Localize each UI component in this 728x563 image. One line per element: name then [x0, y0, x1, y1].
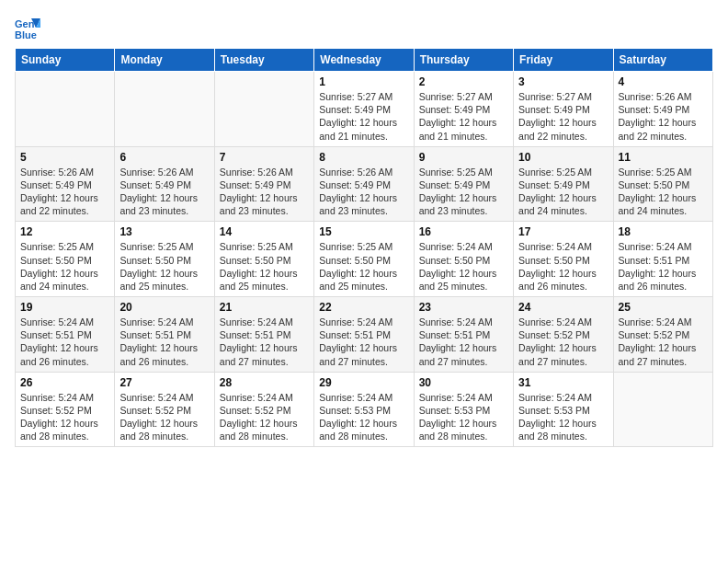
day-info: Sunrise: 5:24 AM Sunset: 5:50 PM Dayligh…: [518, 240, 608, 293]
calendar-cell: 12Sunrise: 5:25 AM Sunset: 5:50 PM Dayli…: [16, 222, 115, 297]
calendar-cell: 8Sunrise: 5:26 AM Sunset: 5:49 PM Daylig…: [314, 146, 414, 222]
day-info: Sunrise: 5:24 AM Sunset: 5:51 PM Dayligh…: [619, 240, 708, 293]
calendar-cell: 18Sunrise: 5:24 AM Sunset: 5:51 PM Dayli…: [613, 222, 712, 297]
day-info: Sunrise: 5:26 AM Sunset: 5:49 PM Dayligh…: [619, 90, 708, 143]
day-info: Sunrise: 5:24 AM Sunset: 5:53 PM Dayligh…: [319, 391, 408, 443]
logo: General Blue: [15, 15, 44, 40]
weekday-header-row: SundayMondayTuesdayWednesdayThursdayFrid…: [16, 49, 713, 72]
weekday-tuesday: Tuesday: [214, 49, 313, 72]
day-info: Sunrise: 5:25 AM Sunset: 5:50 PM Dayligh…: [319, 240, 408, 293]
day-number: 31: [518, 376, 608, 389]
calendar-cell: 26Sunrise: 5:24 AM Sunset: 5:52 PM Dayli…: [16, 372, 115, 447]
day-info: Sunrise: 5:24 AM Sunset: 5:52 PM Dayligh…: [20, 391, 109, 443]
day-number: 9: [419, 151, 508, 164]
day-info: Sunrise: 5:26 AM Sunset: 5:49 PM Dayligh…: [20, 166, 109, 218]
logo-icon: General Blue: [15, 15, 40, 40]
day-number: 6: [119, 151, 209, 164]
calendar-cell: 15Sunrise: 5:25 AM Sunset: 5:50 PM Dayli…: [314, 222, 414, 297]
day-info: Sunrise: 5:27 AM Sunset: 5:49 PM Dayligh…: [419, 90, 508, 143]
calendar-cell: 13Sunrise: 5:25 AM Sunset: 5:50 PM Dayli…: [115, 222, 214, 297]
calendar-cell: [115, 72, 214, 147]
calendar-cell: 11Sunrise: 5:25 AM Sunset: 5:50 PM Dayli…: [613, 146, 712, 222]
day-number: 3: [518, 75, 608, 88]
calendar-cell: 30Sunrise: 5:24 AM Sunset: 5:53 PM Dayli…: [414, 372, 513, 447]
day-info: Sunrise: 5:24 AM Sunset: 5:51 PM Dayligh…: [319, 316, 408, 368]
calendar-cell: 2Sunrise: 5:27 AM Sunset: 5:49 PM Daylig…: [414, 72, 513, 147]
day-info: Sunrise: 5:27 AM Sunset: 5:49 PM Dayligh…: [319, 90, 408, 143]
weekday-friday: Friday: [514, 49, 613, 72]
day-number: 20: [119, 301, 209, 314]
calendar-cell: 9Sunrise: 5:25 AM Sunset: 5:49 PM Daylig…: [414, 146, 513, 222]
day-info: Sunrise: 5:25 AM Sunset: 5:49 PM Dayligh…: [419, 166, 508, 218]
day-number: 11: [619, 151, 708, 164]
day-number: 21: [220, 301, 309, 314]
day-number: 1: [319, 75, 408, 88]
day-number: 27: [119, 376, 209, 389]
day-info: Sunrise: 5:24 AM Sunset: 5:51 PM Dayligh…: [20, 316, 109, 368]
page-header: General Blue: [15, 15, 713, 40]
day-number: 5: [20, 151, 109, 164]
day-info: Sunrise: 5:27 AM Sunset: 5:49 PM Dayligh…: [518, 90, 608, 143]
calendar-cell: 16Sunrise: 5:24 AM Sunset: 5:50 PM Dayli…: [414, 222, 513, 297]
week-row-4: 19Sunrise: 5:24 AM Sunset: 5:51 PM Dayli…: [16, 297, 713, 373]
day-info: Sunrise: 5:24 AM Sunset: 5:52 PM Dayligh…: [220, 391, 309, 443]
weekday-saturday: Saturday: [613, 49, 712, 72]
calendar-cell: 14Sunrise: 5:25 AM Sunset: 5:50 PM Dayli…: [214, 222, 313, 297]
calendar-cell: 25Sunrise: 5:24 AM Sunset: 5:52 PM Dayli…: [613, 297, 712, 373]
day-info: Sunrise: 5:26 AM Sunset: 5:49 PM Dayligh…: [220, 166, 309, 218]
day-number: 24: [518, 301, 608, 314]
day-info: Sunrise: 5:24 AM Sunset: 5:51 PM Dayligh…: [220, 316, 309, 368]
day-info: Sunrise: 5:24 AM Sunset: 5:53 PM Dayligh…: [518, 391, 608, 443]
calendar-cell: 27Sunrise: 5:24 AM Sunset: 5:52 PM Dayli…: [115, 372, 214, 447]
calendar-body: 1Sunrise: 5:27 AM Sunset: 5:49 PM Daylig…: [16, 72, 713, 447]
day-info: Sunrise: 5:25 AM Sunset: 5:50 PM Dayligh…: [119, 240, 209, 293]
day-number: 12: [20, 225, 109, 238]
day-number: 4: [619, 75, 708, 88]
svg-text:Blue: Blue: [15, 29, 37, 40]
calendar-cell: 3Sunrise: 5:27 AM Sunset: 5:49 PM Daylig…: [514, 72, 613, 147]
day-number: 8: [319, 151, 408, 164]
day-info: Sunrise: 5:24 AM Sunset: 5:52 PM Dayligh…: [518, 316, 608, 368]
day-info: Sunrise: 5:24 AM Sunset: 5:53 PM Dayligh…: [419, 391, 508, 443]
week-row-5: 26Sunrise: 5:24 AM Sunset: 5:52 PM Dayli…: [16, 372, 713, 447]
day-info: Sunrise: 5:25 AM Sunset: 5:50 PM Dayligh…: [619, 166, 708, 218]
day-number: 15: [319, 225, 408, 238]
day-number: 7: [220, 151, 309, 164]
day-info: Sunrise: 5:25 AM Sunset: 5:50 PM Dayligh…: [220, 240, 309, 293]
calendar-cell: 23Sunrise: 5:24 AM Sunset: 5:51 PM Dayli…: [414, 297, 513, 373]
day-number: 28: [220, 376, 309, 389]
day-number: 17: [518, 225, 608, 238]
day-number: 23: [419, 301, 508, 314]
day-number: 13: [119, 225, 209, 238]
day-number: 10: [518, 151, 608, 164]
weekday-monday: Monday: [115, 49, 214, 72]
day-info: Sunrise: 5:24 AM Sunset: 5:52 PM Dayligh…: [619, 316, 708, 368]
weekday-sunday: Sunday: [16, 49, 115, 72]
calendar-cell: 20Sunrise: 5:24 AM Sunset: 5:51 PM Dayli…: [115, 297, 214, 373]
calendar-cell: 29Sunrise: 5:24 AM Sunset: 5:53 PM Dayli…: [314, 372, 414, 447]
calendar-cell: [613, 372, 712, 447]
day-info: Sunrise: 5:24 AM Sunset: 5:52 PM Dayligh…: [119, 391, 209, 443]
day-info: Sunrise: 5:26 AM Sunset: 5:49 PM Dayligh…: [319, 166, 408, 218]
calendar-cell: [16, 72, 115, 147]
calendar-cell: 1Sunrise: 5:27 AM Sunset: 5:49 PM Daylig…: [314, 72, 414, 147]
day-info: Sunrise: 5:25 AM Sunset: 5:49 PM Dayligh…: [518, 166, 608, 218]
day-number: 30: [419, 376, 508, 389]
day-number: 22: [319, 301, 408, 314]
day-info: Sunrise: 5:24 AM Sunset: 5:51 PM Dayligh…: [119, 316, 209, 368]
day-info: Sunrise: 5:25 AM Sunset: 5:50 PM Dayligh…: [20, 240, 109, 293]
calendar-cell: 31Sunrise: 5:24 AM Sunset: 5:53 PM Dayli…: [514, 372, 613, 447]
day-info: Sunrise: 5:24 AM Sunset: 5:51 PM Dayligh…: [419, 316, 508, 368]
week-row-1: 1Sunrise: 5:27 AM Sunset: 5:49 PM Daylig…: [16, 72, 713, 147]
day-number: 2: [419, 75, 508, 88]
day-number: 14: [220, 225, 309, 238]
calendar-cell: 7Sunrise: 5:26 AM Sunset: 5:49 PM Daylig…: [214, 146, 313, 222]
weekday-wednesday: Wednesday: [314, 49, 414, 72]
calendar-cell: 22Sunrise: 5:24 AM Sunset: 5:51 PM Dayli…: [314, 297, 414, 373]
calendar-cell: 28Sunrise: 5:24 AM Sunset: 5:52 PM Dayli…: [214, 372, 313, 447]
calendar-cell: 19Sunrise: 5:24 AM Sunset: 5:51 PM Dayli…: [16, 297, 115, 373]
week-row-3: 12Sunrise: 5:25 AM Sunset: 5:50 PM Dayli…: [16, 222, 713, 297]
day-number: 25: [619, 301, 708, 314]
calendar-cell: 4Sunrise: 5:26 AM Sunset: 5:49 PM Daylig…: [613, 72, 712, 147]
calendar-cell: 5Sunrise: 5:26 AM Sunset: 5:49 PM Daylig…: [16, 146, 115, 222]
